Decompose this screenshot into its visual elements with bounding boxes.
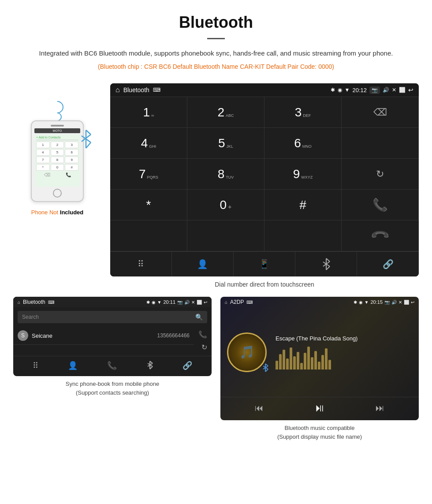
play-pause-icon[interactable]: ⏯ [314,402,325,414]
dial-key-2[interactable]: 2 ABC [187,97,264,128]
skip-back-icon[interactable]: ⏮ [255,403,264,413]
header-section: Bluetooth Integrated with BC6 Bluetooth … [0,0,432,79]
dial-key-3[interactable]: 3 DEF [264,97,342,128]
music-vol-icon[interactable]: 🔊 [391,300,397,305]
music-home-icon[interactable]: ⌂ [225,300,227,305]
phone-home-button[interactable] [53,189,62,198]
dial-key-star[interactable]: * [110,190,187,220]
eq-bar [307,347,310,370]
eq-bar [311,357,313,370]
eq-bar [297,352,299,370]
pb-status-left: ⌂ Bluetooth ⌨ [18,299,54,305]
pb-nav-dialpad[interactable]: ⠿ [33,361,38,372]
call-side-icon[interactable]: 📞 [198,330,207,339]
phone-brand: MOTO [34,128,80,133]
bluetooth-phone-area: MOTO + Add to Contacts 1 2 3 4 5 6 7 8 9… [31,120,84,202]
contact-avatar: S [18,330,28,341]
dial-cell-redial[interactable]: ↻ [342,159,419,190]
pb-close-icon[interactable]: ✕ [191,300,195,305]
pb-win-icon[interactable]: ⬜ [197,300,202,305]
back-icon[interactable]: ↩ [408,86,413,93]
nav-contacts[interactable]: 👤 [172,252,234,276]
eq-bar [325,348,328,370]
phone-top-bar [34,125,80,127]
dial-key-4[interactable]: 4 GHI [110,128,187,159]
pb-nav-bt[interactable] [147,361,153,372]
music-frame: ⌂ A2DP ⌨ ✱ ◉ ▼ 20:15 📷 🔊 ✕ ⬜ ↩ [220,297,419,420]
dial-nav-bar: ⠿ 👤 📱 🔗 [110,251,419,276]
music-usb-icon: ⌨ [246,300,253,305]
phone-call-icon: 📞 [66,172,71,177]
phone-key[interactable]: 6 [65,149,78,156]
status-left: ⌂ Bluetooth ⌨ [115,86,160,94]
close-icon[interactable]: ✕ [392,87,396,93]
music-back-icon[interactable]: ↩ [411,300,414,305]
dial-key-7[interactable]: 7 PQRS [110,159,187,190]
contact-list: S Seicane 13566664466 [13,327,194,351]
eq-bar [314,351,317,370]
pb-nav-phone[interactable]: 📞 [107,361,117,372]
camera-icon-btn[interactable]: 📷 [369,86,380,94]
music-status-bar: ⌂ A2DP ⌨ ✱ ◉ ▼ 20:15 📷 🔊 ✕ ⬜ ↩ [220,297,419,307]
dial-key-1[interactable]: 1 ∞ [110,97,187,128]
contact-row[interactable]: S Seicane 13566664466 [13,327,194,345]
nav-bluetooth[interactable] [295,252,357,276]
pb-search-placeholder: Search [22,314,39,320]
phone-key[interactable]: 8 [51,157,64,163]
window-icon[interactable]: ⬜ [399,87,406,93]
usb-icon: ⌨ [153,87,160,93]
music-loc-icon: ◉ [359,300,363,305]
phone-key[interactable]: 9 [65,157,78,163]
redial-icon: ↻ [376,168,384,180]
nav-settings[interactable]: 🔗 [357,252,419,276]
pb-nav-user[interactable]: 👤 [68,361,78,372]
location-status-icon: ◉ [338,87,342,93]
dial-key-8[interactable]: 8 TUV [187,159,264,190]
call-red-icon: 📞 [369,225,391,246]
eq-bar [321,355,324,370]
dial-key-hash[interactable]: # [264,190,342,220]
phone-section: MOTO + Add to Contacts 1 2 3 4 5 6 7 8 9… [13,83,101,216]
music-win-icon[interactable]: ⬜ [404,300,409,305]
phone-key[interactable]: 3 [65,142,78,148]
phone-key[interactable]: 7 [36,157,50,163]
delete-icon[interactable]: ⌫ [373,107,387,118]
nav-calls[interactable]: 📱 [234,252,295,276]
dial-key-0[interactable]: 0 + [187,190,264,220]
dial-call-green[interactable]: 📞 [342,190,419,220]
music-controls: ⏮ ⏯ ⏭ [220,397,419,420]
volume-icon[interactable]: 🔊 [383,87,389,93]
phone-key[interactable]: # [65,164,78,171]
pb-status-bar: ⌂ Bluetooth ⌨ ✱ ◉ ▼ 20:11 📷 🔊 ✕ ⬜ ↩ [13,297,212,307]
pb-vol-icon[interactable]: 🔊 [184,300,190,305]
phone-key[interactable]: 1 [36,142,50,148]
description-text: Integrated with BC6 Bluetooth module, su… [26,48,406,59]
nav-dialpad[interactable]: ⠿ [110,252,172,276]
dial-key-5[interactable]: 5 JKL [187,128,264,159]
skip-forward-icon[interactable]: ⏭ [376,403,384,413]
music-close-icon[interactable]: ✕ [398,300,402,305]
phone-key[interactable]: 2 [51,142,64,148]
pb-signal-icon: ▼ [157,300,162,305]
pb-back-icon[interactable]: ↩ [204,300,207,305]
redial-side-icon[interactable]: ↻ [201,343,207,351]
dial-key-9[interactable]: 9 WXYZ [264,159,342,190]
pb-nav-link[interactable]: 🔗 [182,361,192,372]
dial-key-6[interactable]: 6 MNO [264,128,342,159]
pb-home-icon[interactable]: ⌂ [18,300,20,305]
phone-key[interactable]: * [36,164,50,171]
phone-not-label-2: Included [60,209,83,216]
music-caption: Bluetooth music compatible(Support displ… [220,424,419,441]
music-camera-icon[interactable]: 📷 [384,300,390,305]
dial-cell-empty-1: ⌫ [342,97,419,128]
phone-key[interactable]: 0 [51,164,64,171]
phone-key[interactable]: 5 [51,149,64,156]
phone-key[interactable]: 4 [36,149,50,156]
pb-search-bar[interactable]: Search 🔍 [18,311,207,323]
song-title: Escape (The Pina Colada Song) [276,335,412,342]
dial-call-red[interactable]: 📞 [342,220,419,251]
pb-camera-icon[interactable]: 📷 [177,300,182,305]
home-icon[interactable]: ⌂ [115,86,120,94]
dial-cell-empty-3 [110,220,187,251]
music-screenshot-block: ⌂ A2DP ⌨ ✱ ◉ ▼ 20:15 📷 🔊 ✕ ⬜ ↩ [220,297,419,441]
